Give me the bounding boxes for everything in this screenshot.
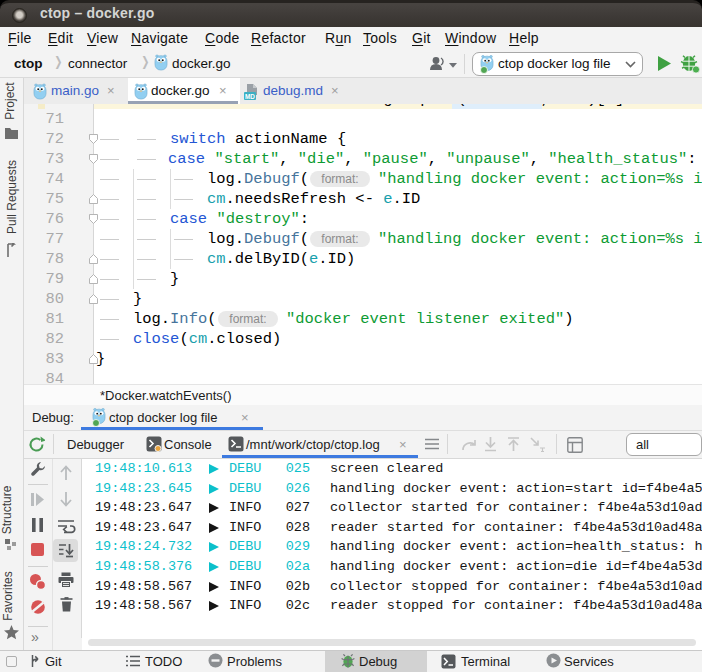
- svg-text:MD: MD: [245, 93, 255, 100]
